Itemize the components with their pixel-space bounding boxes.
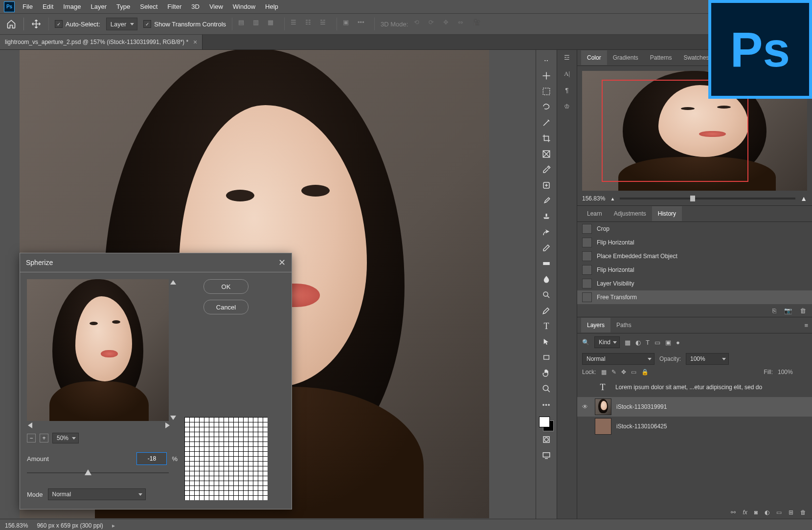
menu-layer[interactable]: Layer bbox=[86, 1, 112, 12]
status-menu-icon[interactable]: ▸ bbox=[112, 522, 115, 529]
nav-zoom-in-icon[interactable]: ▲ bbox=[800, 195, 807, 202]
crop-tool[interactable] bbox=[539, 131, 554, 146]
adjustment-layer-icon[interactable]: ◐ bbox=[765, 509, 769, 516]
zoom-in-button[interactable]: + bbox=[40, 434, 48, 442]
blend-mode-dropdown[interactable]: Normal bbox=[582, 353, 654, 365]
panel-grip-icon[interactable]: ·· bbox=[539, 53, 554, 67]
align-center-icon[interactable]: ▥ bbox=[253, 19, 264, 29]
menu-select[interactable]: Select bbox=[135, 1, 162, 12]
menu-image[interactable]: Image bbox=[58, 1, 86, 12]
blur-tool[interactable] bbox=[539, 272, 554, 287]
history-item[interactable]: Free Transform bbox=[577, 290, 812, 304]
layer-row[interactable]: iStock-1130106425 bbox=[577, 417, 812, 436]
move-tool[interactable] bbox=[539, 68, 554, 83]
layer-row[interactable]: T Lorem ipsum dolor sit amet, ...etur ad… bbox=[577, 377, 812, 397]
lock-image-icon[interactable]: ✎ bbox=[611, 369, 616, 375]
opacity-input[interactable]: 100% bbox=[686, 353, 729, 365]
canvas-area[interactable]: Spherize ✕ bbox=[0, 50, 536, 519]
distribute-space-icon[interactable]: ☱ bbox=[320, 19, 331, 29]
healing-brush-tool[interactable] bbox=[539, 178, 554, 193]
layer-group-icon[interactable]: ▭ bbox=[776, 509, 782, 516]
lock-transparency-icon[interactable]: ▦ bbox=[601, 369, 607, 375]
scroll-down-icon[interactable] bbox=[170, 416, 176, 420]
layer-thumbnail[interactable] bbox=[595, 398, 611, 415]
brush-tool[interactable] bbox=[539, 194, 554, 208]
cancel-button[interactable]: Cancel bbox=[203, 300, 248, 314]
align-left-icon[interactable]: ▤ bbox=[238, 19, 249, 29]
layer-mask-icon[interactable]: ◙ bbox=[754, 509, 758, 516]
menu-file[interactable]: File bbox=[18, 1, 38, 12]
visibility-toggle[interactable]: 👁 bbox=[582, 403, 590, 410]
magic-wand-tool[interactable] bbox=[539, 115, 554, 130]
foreground-color-swatch[interactable] bbox=[539, 417, 550, 427]
tab-layers[interactable]: Layers bbox=[581, 318, 610, 332]
edit-toolbar-icon[interactable]: ••• bbox=[539, 397, 554, 412]
quick-mask-icon[interactable] bbox=[539, 432, 554, 447]
pen-tool[interactable] bbox=[539, 303, 554, 318]
filter-smart-icon[interactable]: ▣ bbox=[665, 339, 671, 346]
history-item[interactable]: Layer Visibility bbox=[577, 277, 812, 290]
scroll-left-icon[interactable] bbox=[28, 422, 32, 428]
scroll-right-icon[interactable] bbox=[165, 422, 170, 428]
zoom-tool[interactable] bbox=[539, 381, 554, 396]
rectangle-tool[interactable] bbox=[539, 350, 554, 365]
ok-button[interactable]: OK bbox=[203, 279, 248, 294]
panel-menu-icon[interactable]: ≡ bbox=[804, 322, 808, 329]
color-swatches[interactable] bbox=[539, 417, 554, 431]
align-extra-icon[interactable]: ▣ bbox=[343, 19, 354, 29]
history-item[interactable]: Place Embedded Smart Object bbox=[577, 249, 812, 263]
character-panel-icon[interactable]: A| bbox=[564, 70, 570, 78]
history-item[interactable]: Crop bbox=[577, 222, 812, 236]
scroll-up-icon[interactable] bbox=[170, 280, 176, 285]
layer-thumbnail[interactable] bbox=[595, 418, 611, 435]
filter-pixel-icon[interactable]: ▦ bbox=[625, 339, 631, 346]
tab-learn[interactable]: Learn bbox=[581, 206, 608, 221]
delete-state-icon[interactable]: 🗑 bbox=[800, 307, 806, 314]
more-options-icon[interactable]: ••• bbox=[358, 19, 368, 29]
menu-window[interactable]: Window bbox=[228, 1, 260, 12]
tab-paths[interactable]: Paths bbox=[610, 318, 637, 332]
marquee-tool[interactable] bbox=[539, 84, 554, 99]
menu-3d[interactable]: 3D bbox=[186, 1, 204, 12]
navigator-zoom-slider[interactable] bbox=[620, 198, 795, 199]
lock-all-icon[interactable]: 🔒 bbox=[641, 369, 649, 375]
filter-toggle-icon[interactable]: ● bbox=[676, 339, 680, 346]
eraser-tool[interactable] bbox=[539, 241, 554, 255]
status-dimensions[interactable]: 960 px x 659 px (300 ppi) bbox=[37, 522, 103, 529]
layer-row[interactable]: 👁 iStock-1130319991 bbox=[577, 397, 812, 417]
new-document-from-state-icon[interactable]: ⎘ bbox=[772, 307, 776, 314]
tab-history[interactable]: History bbox=[652, 206, 682, 221]
history-item[interactable]: Flip Horizontal bbox=[577, 236, 812, 249]
lasso-tool[interactable] bbox=[539, 100, 554, 114]
menu-filter[interactable]: Filter bbox=[162, 1, 186, 12]
filter-shape-icon[interactable]: ▭ bbox=[654, 339, 660, 346]
gradient-tool[interactable] bbox=[539, 256, 554, 271]
dialog-preview[interactable] bbox=[27, 279, 169, 421]
preview-vscroll[interactable] bbox=[169, 279, 178, 421]
new-layer-icon[interactable]: ⊞ bbox=[789, 509, 793, 516]
screen-mode-icon[interactable] bbox=[539, 448, 554, 463]
properties-panel-icon[interactable]: ☲ bbox=[564, 54, 570, 61]
mode-dropdown[interactable]: Normal bbox=[48, 488, 146, 500]
show-transform-checkbox[interactable]: ✓ Show Transform Controls bbox=[143, 20, 226, 28]
filter-adjust-icon[interactable]: ◐ bbox=[635, 339, 641, 346]
distribute-v-icon[interactable]: ☷ bbox=[305, 19, 316, 29]
close-tab-icon[interactable]: × bbox=[193, 38, 197, 46]
tab-patterns[interactable]: Patterns bbox=[644, 50, 678, 65]
history-item[interactable]: Flip Horizontal bbox=[577, 263, 812, 277]
document-tab[interactable]: lightroom_vs_aperture_2.psd @ 157% (iSto… bbox=[0, 35, 203, 49]
clone-stamp-tool[interactable] bbox=[539, 209, 554, 224]
tab-adjustments[interactable]: Adjustments bbox=[608, 206, 652, 221]
align-right-icon[interactable]: ▦ bbox=[268, 19, 278, 29]
glyphs-panel-icon[interactable]: ♔ bbox=[564, 103, 570, 110]
eyedropper-tool[interactable] bbox=[539, 162, 554, 177]
menu-help[interactable]: Help bbox=[260, 1, 283, 12]
amount-slider[interactable] bbox=[27, 468, 169, 478]
new-snapshot-icon[interactable]: 📷 bbox=[784, 307, 792, 314]
menu-edit[interactable]: Edit bbox=[38, 1, 58, 12]
link-layers-icon[interactable]: ⚯ bbox=[731, 509, 736, 516]
delete-layer-icon[interactable]: 🗑 bbox=[800, 509, 806, 516]
hand-tool[interactable] bbox=[539, 366, 554, 380]
type-tool[interactable]: T bbox=[539, 319, 554, 333]
path-selection-tool[interactable] bbox=[539, 334, 554, 349]
